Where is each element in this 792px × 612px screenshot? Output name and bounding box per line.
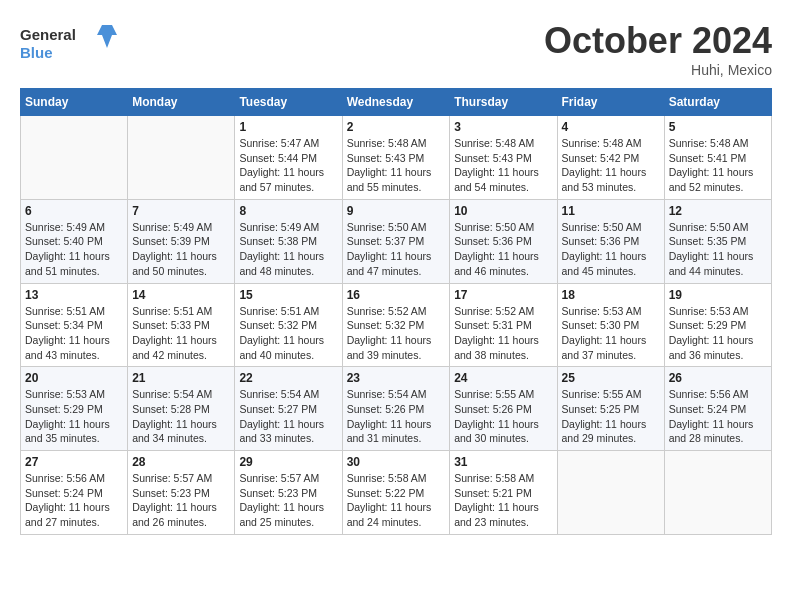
logo-svg: General Blue	[20, 20, 120, 65]
calendar-cell: 3Sunrise: 5:48 AM Sunset: 5:43 PM Daylig…	[450, 116, 557, 200]
month-title: October 2024	[544, 20, 772, 62]
day-info: Sunrise: 5:55 AM Sunset: 5:26 PM Dayligh…	[454, 387, 552, 446]
calendar-cell: 22Sunrise: 5:54 AM Sunset: 5:27 PM Dayli…	[235, 367, 342, 451]
day-info: Sunrise: 5:51 AM Sunset: 5:32 PM Dayligh…	[239, 304, 337, 363]
day-number: 25	[562, 371, 660, 385]
day-info: Sunrise: 5:49 AM Sunset: 5:39 PM Dayligh…	[132, 220, 230, 279]
day-number: 30	[347, 455, 446, 469]
day-info: Sunrise: 5:56 AM Sunset: 5:24 PM Dayligh…	[669, 387, 767, 446]
day-info: Sunrise: 5:57 AM Sunset: 5:23 PM Dayligh…	[132, 471, 230, 530]
day-number: 11	[562, 204, 660, 218]
day-info: Sunrise: 5:55 AM Sunset: 5:25 PM Dayligh…	[562, 387, 660, 446]
weekday-header-row: Sunday Monday Tuesday Wednesday Thursday…	[21, 89, 772, 116]
day-info: Sunrise: 5:54 AM Sunset: 5:26 PM Dayligh…	[347, 387, 446, 446]
day-info: Sunrise: 5:52 AM Sunset: 5:31 PM Dayligh…	[454, 304, 552, 363]
day-info: Sunrise: 5:50 AM Sunset: 5:36 PM Dayligh…	[562, 220, 660, 279]
day-info: Sunrise: 5:54 AM Sunset: 5:27 PM Dayligh…	[239, 387, 337, 446]
week-row-2: 6Sunrise: 5:49 AM Sunset: 5:40 PM Daylig…	[21, 199, 772, 283]
calendar-cell	[21, 116, 128, 200]
calendar-cell: 2Sunrise: 5:48 AM Sunset: 5:43 PM Daylig…	[342, 116, 450, 200]
week-row-4: 20Sunrise: 5:53 AM Sunset: 5:29 PM Dayli…	[21, 367, 772, 451]
day-info: Sunrise: 5:54 AM Sunset: 5:28 PM Dayligh…	[132, 387, 230, 446]
calendar-cell: 28Sunrise: 5:57 AM Sunset: 5:23 PM Dayli…	[128, 451, 235, 535]
header-thursday: Thursday	[450, 89, 557, 116]
day-number: 15	[239, 288, 337, 302]
day-number: 20	[25, 371, 123, 385]
day-number: 24	[454, 371, 552, 385]
header: General Blue October 2024 Huhi, Mexico	[20, 20, 772, 78]
calendar-cell: 8Sunrise: 5:49 AM Sunset: 5:38 PM Daylig…	[235, 199, 342, 283]
calendar-cell: 13Sunrise: 5:51 AM Sunset: 5:34 PM Dayli…	[21, 283, 128, 367]
header-wednesday: Wednesday	[342, 89, 450, 116]
calendar-cell: 15Sunrise: 5:51 AM Sunset: 5:32 PM Dayli…	[235, 283, 342, 367]
day-number: 18	[562, 288, 660, 302]
day-info: Sunrise: 5:51 AM Sunset: 5:33 PM Dayligh…	[132, 304, 230, 363]
week-row-1: 1Sunrise: 5:47 AM Sunset: 5:44 PM Daylig…	[21, 116, 772, 200]
day-info: Sunrise: 5:53 AM Sunset: 5:29 PM Dayligh…	[669, 304, 767, 363]
calendar-cell: 7Sunrise: 5:49 AM Sunset: 5:39 PM Daylig…	[128, 199, 235, 283]
day-info: Sunrise: 5:48 AM Sunset: 5:43 PM Dayligh…	[347, 136, 446, 195]
day-number: 28	[132, 455, 230, 469]
calendar-cell: 6Sunrise: 5:49 AM Sunset: 5:40 PM Daylig…	[21, 199, 128, 283]
day-number: 16	[347, 288, 446, 302]
calendar-cell: 14Sunrise: 5:51 AM Sunset: 5:33 PM Dayli…	[128, 283, 235, 367]
day-number: 27	[25, 455, 123, 469]
day-number: 21	[132, 371, 230, 385]
day-number: 22	[239, 371, 337, 385]
calendar-cell	[664, 451, 771, 535]
header-friday: Friday	[557, 89, 664, 116]
calendar-cell: 27Sunrise: 5:56 AM Sunset: 5:24 PM Dayli…	[21, 451, 128, 535]
day-number: 17	[454, 288, 552, 302]
calendar-cell: 16Sunrise: 5:52 AM Sunset: 5:32 PM Dayli…	[342, 283, 450, 367]
day-number: 29	[239, 455, 337, 469]
calendar-cell: 24Sunrise: 5:55 AM Sunset: 5:26 PM Dayli…	[450, 367, 557, 451]
day-info: Sunrise: 5:50 AM Sunset: 5:36 PM Dayligh…	[454, 220, 552, 279]
day-number: 6	[25, 204, 123, 218]
svg-marker-2	[97, 25, 117, 48]
day-number: 10	[454, 204, 552, 218]
calendar-cell: 23Sunrise: 5:54 AM Sunset: 5:26 PM Dayli…	[342, 367, 450, 451]
day-number: 19	[669, 288, 767, 302]
calendar-cell: 18Sunrise: 5:53 AM Sunset: 5:30 PM Dayli…	[557, 283, 664, 367]
day-number: 12	[669, 204, 767, 218]
day-number: 1	[239, 120, 337, 134]
calendar-cell: 1Sunrise: 5:47 AM Sunset: 5:44 PM Daylig…	[235, 116, 342, 200]
calendar-cell: 17Sunrise: 5:52 AM Sunset: 5:31 PM Dayli…	[450, 283, 557, 367]
day-number: 4	[562, 120, 660, 134]
day-info: Sunrise: 5:51 AM Sunset: 5:34 PM Dayligh…	[25, 304, 123, 363]
day-info: Sunrise: 5:50 AM Sunset: 5:35 PM Dayligh…	[669, 220, 767, 279]
day-info: Sunrise: 5:53 AM Sunset: 5:30 PM Dayligh…	[562, 304, 660, 363]
day-info: Sunrise: 5:49 AM Sunset: 5:38 PM Dayligh…	[239, 220, 337, 279]
header-tuesday: Tuesday	[235, 89, 342, 116]
day-number: 31	[454, 455, 552, 469]
calendar-cell	[128, 116, 235, 200]
calendar-cell: 5Sunrise: 5:48 AM Sunset: 5:41 PM Daylig…	[664, 116, 771, 200]
day-info: Sunrise: 5:53 AM Sunset: 5:29 PM Dayligh…	[25, 387, 123, 446]
day-number: 23	[347, 371, 446, 385]
day-number: 7	[132, 204, 230, 218]
day-number: 9	[347, 204, 446, 218]
day-number: 26	[669, 371, 767, 385]
day-info: Sunrise: 5:58 AM Sunset: 5:21 PM Dayligh…	[454, 471, 552, 530]
svg-text:Blue: Blue	[20, 44, 53, 61]
calendar-cell: 29Sunrise: 5:57 AM Sunset: 5:23 PM Dayli…	[235, 451, 342, 535]
logo: General Blue	[20, 20, 120, 65]
day-number: 3	[454, 120, 552, 134]
calendar-cell: 25Sunrise: 5:55 AM Sunset: 5:25 PM Dayli…	[557, 367, 664, 451]
day-info: Sunrise: 5:47 AM Sunset: 5:44 PM Dayligh…	[239, 136, 337, 195]
day-number: 2	[347, 120, 446, 134]
day-info: Sunrise: 5:52 AM Sunset: 5:32 PM Dayligh…	[347, 304, 446, 363]
calendar-cell: 19Sunrise: 5:53 AM Sunset: 5:29 PM Dayli…	[664, 283, 771, 367]
title-area: October 2024 Huhi, Mexico	[544, 20, 772, 78]
day-number: 5	[669, 120, 767, 134]
header-sunday: Sunday	[21, 89, 128, 116]
calendar-cell: 31Sunrise: 5:58 AM Sunset: 5:21 PM Dayli…	[450, 451, 557, 535]
calendar-cell: 20Sunrise: 5:53 AM Sunset: 5:29 PM Dayli…	[21, 367, 128, 451]
header-saturday: Saturday	[664, 89, 771, 116]
day-info: Sunrise: 5:58 AM Sunset: 5:22 PM Dayligh…	[347, 471, 446, 530]
header-monday: Monday	[128, 89, 235, 116]
calendar-cell: 9Sunrise: 5:50 AM Sunset: 5:37 PM Daylig…	[342, 199, 450, 283]
location: Huhi, Mexico	[544, 62, 772, 78]
day-info: Sunrise: 5:57 AM Sunset: 5:23 PM Dayligh…	[239, 471, 337, 530]
day-info: Sunrise: 5:56 AM Sunset: 5:24 PM Dayligh…	[25, 471, 123, 530]
